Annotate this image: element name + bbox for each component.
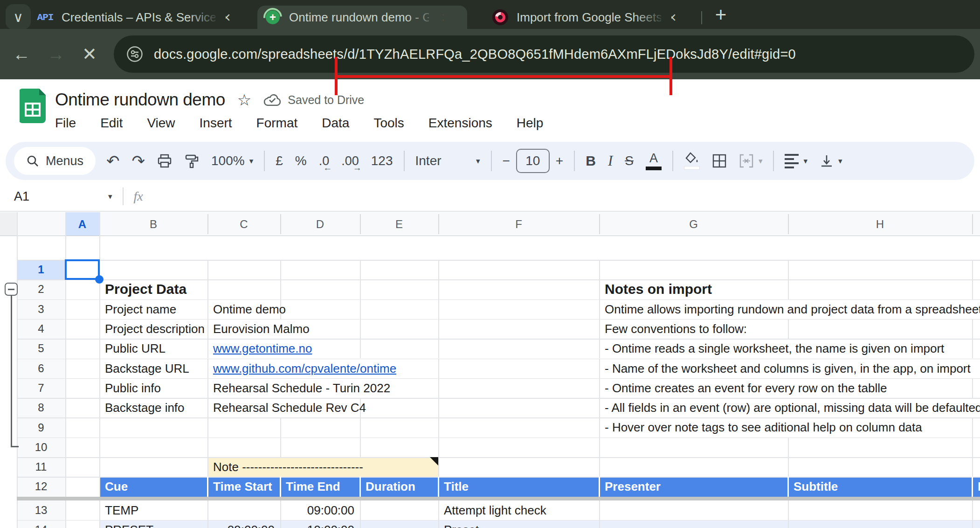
row-header-9[interactable]: 9 — [17, 417, 65, 437]
stop-loading-button[interactable]: ✕ — [76, 29, 104, 79]
cell-C4[interactable]: Eurovision Malmo — [213, 319, 310, 339]
strikethrough-button[interactable]: S — [619, 147, 640, 175]
cell-G6[interactable]: - Name of the worksheet and columns is g… — [605, 359, 971, 378]
selection-fill-handle[interactable] — [95, 275, 104, 284]
row-header-1[interactable]: 1 — [17, 260, 65, 279]
format-percent-button[interactable]: % — [289, 147, 313, 175]
row-header-11[interactable]: 11 — [17, 457, 65, 477]
paint-format-button[interactable] — [178, 147, 205, 175]
cell-F14[interactable]: Preset — [444, 520, 479, 528]
cell-C3[interactable]: Ontime demo — [213, 299, 286, 319]
new-tab-button[interactable]: + — [710, 4, 732, 26]
menu-help[interactable]: Help — [514, 114, 546, 132]
bold-button[interactable]: B — [580, 147, 602, 175]
cell-C14[interactable]: 09:00:00 — [212, 520, 275, 528]
row-header-8[interactable]: 8 — [17, 398, 65, 417]
cell-B3[interactable]: Project name — [105, 299, 176, 319]
cell-G4[interactable]: Few conventions to follow: — [605, 319, 747, 339]
address-bar[interactable]: docs.google.com/spreadsheets/d/1TYZhAELR… — [114, 35, 974, 73]
menu-extensions[interactable]: Extensions — [426, 114, 495, 132]
menu-tools[interactable]: Tools — [371, 114, 407, 132]
column-header-G[interactable]: G — [599, 212, 788, 236]
more-formats-button[interactable]: 123 — [365, 147, 399, 175]
table-header-presenter[interactable]: Presenter — [605, 477, 661, 496]
chevron-down-icon[interactable]: ▾ — [108, 192, 112, 201]
site-info-icon[interactable] — [127, 46, 143, 62]
row-header-6[interactable]: 6 — [17, 359, 65, 378]
formula-input[interactable] — [143, 182, 980, 211]
table-header-subtitle[interactable]: Subtitle — [794, 477, 838, 496]
note-cell-text[interactable]: Note ------------------------------ — [213, 457, 363, 477]
cell-B2[interactable]: Project Data — [105, 279, 186, 299]
row-header-14[interactable]: 14 — [17, 520, 65, 528]
cell-B4[interactable]: Project description — [105, 319, 207, 339]
increase-font-size-button[interactable]: + — [550, 147, 569, 175]
menu-insert[interactable]: Insert — [197, 114, 235, 132]
merge-cells-button[interactable]: ▾ — [733, 147, 769, 175]
column-header-I[interactable]: I — [972, 212, 980, 236]
cell-G9[interactable]: - Hover over note tags to see aditional … — [605, 417, 922, 437]
table-header-duration[interactable]: Duration — [366, 477, 415, 496]
menus-search-button[interactable]: Menus — [14, 147, 96, 175]
document-title[interactable]: Ontime rundown demo — [55, 90, 225, 110]
saved-status[interactable]: Saved to Drive — [263, 93, 364, 107]
decrease-font-size-button[interactable]: − — [497, 147, 516, 175]
menu-view[interactable]: View — [144, 114, 178, 132]
print-button[interactable] — [151, 147, 178, 175]
google-sheets-logo-icon[interactable] — [20, 89, 46, 123]
cell-G2[interactable]: Notes on import — [605, 279, 712, 299]
forward-button[interactable]: → — [42, 29, 70, 79]
row-header-13[interactable]: 13 — [17, 500, 65, 520]
column-header-C[interactable]: C — [207, 212, 280, 236]
text-color-button[interactable]: A — [640, 147, 668, 175]
increase-decimal-button[interactable]: .00→ — [335, 147, 365, 175]
spreadsheet-grid[interactable]: ABCDEFGHI123456789101112131415Note -----… — [0, 212, 980, 528]
collapse-group-button[interactable] — [5, 283, 18, 296]
cell-G3[interactable]: Ontime allows importing rundown and proj… — [605, 299, 980, 319]
tab-search-button[interactable]: ∨ — [6, 4, 31, 29]
menu-file[interactable]: File — [52, 114, 79, 132]
fill-color-button[interactable] — [678, 147, 706, 175]
column-header-A[interactable]: A — [65, 212, 99, 236]
cell-C8[interactable]: Rehearsal Schedule Rev C4 — [213, 398, 366, 417]
column-header-F[interactable]: F — [438, 212, 599, 236]
url-text[interactable]: docs.google.com/spreadsheets/d/1TYZhAELR… — [154, 47, 796, 62]
vertical-align-button[interactable]: ▾ — [814, 147, 849, 175]
cell-G5[interactable]: - Ontime reads a single worksheet, the n… — [605, 339, 944, 358]
horizontal-align-button[interactable]: ▾ — [779, 147, 814, 175]
star-icon[interactable]: ☆ — [237, 90, 251, 109]
table-header-cue[interactable]: Cue — [105, 477, 128, 496]
column-header-H[interactable]: H — [788, 212, 972, 236]
decrease-decimal-button[interactable]: .0← — [313, 147, 336, 175]
column-header-D[interactable]: D — [280, 212, 360, 236]
tab-ontime-rundown-demo[interactable]: + Ontime rundown demo - Google × — [257, 6, 467, 29]
font-size-input[interactable]: 10 — [516, 149, 550, 173]
menu-data[interactable]: Data — [319, 114, 352, 132]
menu-edit[interactable]: Edit — [97, 114, 125, 132]
redo-button[interactable]: ↷ — [126, 147, 152, 175]
cell-C5[interactable]: www.getontime.no — [213, 339, 312, 358]
row-header-12[interactable]: 12 — [17, 477, 65, 496]
format-currency-button[interactable]: £ — [269, 147, 289, 175]
tab-credentials[interactable]: API Credentials – APIs & Services – G × — [30, 6, 250, 29]
menu-format[interactable]: Format — [254, 114, 301, 132]
row-header-2[interactable]: 2 — [17, 279, 65, 299]
frozen-rows-divider[interactable] — [17, 497, 980, 500]
cell-D13[interactable]: 09:00:00 — [285, 500, 354, 520]
column-header-B[interactable]: B — [99, 212, 207, 236]
table-header-time-end[interactable]: Time End — [286, 477, 340, 496]
italic-button[interactable]: I — [602, 147, 619, 175]
cell-B6[interactable]: Backstage URL — [105, 359, 189, 378]
font-select[interactable]: Inter ▾ — [409, 147, 486, 175]
cell-B8[interactable]: Backstage info — [105, 398, 185, 417]
table-header-title[interactable]: Title — [444, 477, 469, 496]
cell-G7[interactable]: - Ontime creates an event for every row … — [605, 378, 887, 398]
tab-import-from-google-sheets[interactable]: Import from Google Sheets | Ont × — [485, 6, 696, 29]
back-button[interactable]: ← — [7, 29, 35, 79]
cell-C6[interactable]: www.github.com/cpvalente/ontime — [213, 359, 396, 378]
zoom-select[interactable]: 100% ▾ — [205, 147, 259, 175]
name-box[interactable]: A1 — [14, 189, 84, 204]
row-header-3[interactable]: 3 — [17, 299, 65, 319]
cell-F13[interactable]: Attempt light check — [444, 500, 546, 520]
cell-B14[interactable]: PRESET — [105, 520, 153, 528]
